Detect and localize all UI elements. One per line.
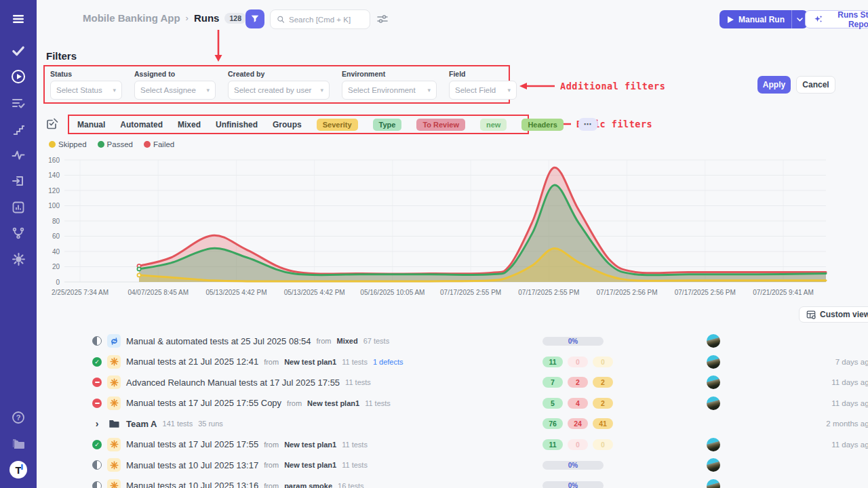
- avatar: [707, 396, 720, 410]
- settings-icon[interactable]: [9, 251, 27, 268]
- tests-count: 16 tests: [338, 482, 364, 488]
- result-badges: 762441: [542, 418, 618, 429]
- apply-button[interactable]: Apply: [757, 76, 791, 94]
- svg-text:07/17/2025 2:56 PM: 07/17/2025 2:56 PM: [675, 289, 736, 296]
- custom-view-button[interactable]: Custom view: [799, 306, 868, 323]
- table-row[interactable]: › Team A 141 tests 35 runs 762441 2 mont…: [77, 413, 868, 434]
- avatar: [707, 458, 720, 472]
- run-title[interactable]: Manual tests at 21 Jul 2025 12:41: [126, 357, 258, 367]
- basic-filter-item[interactable]: Mixed: [178, 120, 201, 129]
- projects-icon[interactable]: [9, 435, 27, 453]
- test-plans-icon[interactable]: [9, 94, 27, 112]
- count-badge-red: 2: [568, 377, 588, 388]
- branches-icon[interactable]: [9, 224, 27, 242]
- run-title[interactable]: Manual & automated tests at 25 Jul 2025 …: [126, 336, 311, 346]
- progress-label: 0%: [568, 482, 578, 488]
- svg-text:?: ?: [16, 413, 21, 422]
- manual-icon: [107, 375, 121, 389]
- table-row[interactable]: Manual & automated tests at 25 Jul 2025 …: [77, 331, 868, 352]
- additional-filters-panel: Status Select Status▾ Assigned to Select…: [43, 65, 510, 104]
- filter-chip[interactable]: To Review: [416, 119, 465, 131]
- chevron-right-icon[interactable]: ›: [92, 419, 102, 428]
- run-title[interactable]: Manual tests at 17 Jul 2025 17:55: [126, 439, 258, 449]
- basic-filter-item[interactable]: Automated: [120, 120, 163, 129]
- breadcrumb-page[interactable]: Runs: [194, 12, 220, 24]
- run-title[interactable]: Manual tests at 17 Jul 2025 17:55 Copy: [126, 398, 281, 408]
- result-badges: 1100: [542, 357, 618, 367]
- assignee-select[interactable]: Select Assignee▾: [134, 81, 216, 100]
- status-select[interactable]: Select Status▾: [50, 81, 122, 100]
- legend-dot: [98, 141, 104, 148]
- legend-item[interactable]: Passed: [98, 140, 133, 148]
- table-row[interactable]: Manual tests at 10 Jul 2025 13:16 from p…: [77, 476, 868, 488]
- search-box[interactable]: [270, 9, 370, 29]
- filter-chip[interactable]: Severity: [317, 119, 358, 131]
- svg-text:40: 40: [52, 248, 60, 256]
- import-icon[interactable]: [9, 172, 27, 190]
- manual-icon: [107, 458, 121, 472]
- cancel-button[interactable]: Cancel: [796, 76, 835, 94]
- table-row[interactable]: ✓ Manual tests at 17 Jul 2025 17:55 from…: [77, 434, 868, 455]
- filter-chip[interactable]: Type: [373, 119, 402, 131]
- tests-icon[interactable]: [9, 42, 27, 60]
- defects-link[interactable]: 1 defects: [373, 358, 403, 366]
- field-select[interactable]: Select Field▾: [449, 81, 517, 100]
- logo[interactable]: T: [9, 461, 27, 479]
- runs-icon[interactable]: [9, 68, 27, 85]
- runs-status-report-button[interactable]: Runs Status Report: [805, 10, 868, 28]
- breadcrumb-project[interactable]: Mobile Banking App: [83, 12, 180, 24]
- filter-chip[interactable]: new: [480, 119, 507, 131]
- progress-label: 0%: [568, 462, 578, 469]
- main-area: Mobile Banking App › Runs 128 Manual Run: [37, 0, 868, 488]
- count-badge-yellow: 2: [593, 377, 613, 388]
- search-input[interactable]: [289, 16, 363, 24]
- run-title[interactable]: Advanced Relaunch Manual tests at 17 Jul…: [126, 378, 340, 388]
- progress-bar: 0%: [542, 337, 604, 346]
- sparkles-icon: [814, 14, 823, 24]
- caret-icon: ▾: [113, 87, 116, 94]
- run-title[interactable]: Team A: [126, 419, 157, 429]
- svg-text:80: 80: [52, 218, 60, 225]
- svg-text:07/21/2025 9:41 AM: 07/21/2025 9:41 AM: [753, 289, 814, 296]
- table-row[interactable]: ✓ Manual tests at 21 Jul 2025 12:41 from…: [77, 352, 868, 373]
- timestamp: 7 days ago: [835, 358, 868, 366]
- menu-icon[interactable]: [9, 10, 27, 28]
- status-icon: ✓: [92, 440, 102, 449]
- more-filters-chip[interactable]: ⋯: [578, 118, 597, 131]
- avatar: [707, 334, 720, 348]
- status-icon: [92, 460, 102, 470]
- run-title[interactable]: Manual tests at 10 Jul 2025 13:17: [126, 460, 258, 470]
- from-plan-name: New test plan1: [284, 441, 336, 449]
- legend-item[interactable]: Failed: [144, 140, 174, 148]
- basic-filter-item[interactable]: Groups: [273, 120, 302, 129]
- run-title[interactable]: Manual tests at 10 Jul 2025 13:16: [126, 481, 258, 488]
- svg-text:07/17/2025 2:56 PM: 07/17/2025 2:56 PM: [597, 289, 658, 296]
- runs-trend-chart: 0204060801001201401602/25/2025 7:34 AM04…: [41, 156, 827, 302]
- manual-run-button[interactable]: Manual Run: [719, 10, 808, 28]
- count-badge-yellow: 0: [593, 357, 613, 367]
- pulse-icon[interactable]: [9, 146, 27, 164]
- manual-run-label: Manual Run: [738, 15, 785, 24]
- basic-filter-item[interactable]: Manual: [77, 120, 105, 129]
- search-icon: [277, 15, 285, 24]
- edit-list-icon[interactable]: [46, 117, 59, 133]
- basic-filter-item[interactable]: Unfinished: [216, 120, 258, 129]
- filters-title: Filters: [46, 50, 77, 62]
- manual-icon: [107, 438, 121, 451]
- chart-legend: SkippedPassedFailed: [49, 140, 174, 148]
- avatar: [707, 479, 720, 488]
- progress-label: 0%: [568, 338, 578, 345]
- help-icon[interactable]: ?: [9, 409, 27, 426]
- filter-button[interactable]: [245, 9, 264, 28]
- created-by-select[interactable]: Select created by user▾: [228, 81, 330, 100]
- environment-select[interactable]: Select Environment▾: [342, 81, 437, 100]
- steps-icon[interactable]: [9, 120, 27, 138]
- table-row[interactable]: Manual tests at 17 Jul 2025 17:55 Copy f…: [77, 393, 868, 414]
- table-row[interactable]: Manual tests at 10 Jul 2025 13:17 from N…: [77, 455, 868, 476]
- adjustments-icon[interactable]: [377, 14, 388, 27]
- legend-item[interactable]: Skipped: [49, 140, 87, 148]
- filter-chip[interactable]: Headers: [521, 119, 563, 131]
- svg-text:60: 60: [52, 232, 60, 240]
- analytics-icon[interactable]: [9, 199, 27, 216]
- table-row[interactable]: Advanced Relaunch Manual tests at 17 Jul…: [77, 372, 868, 393]
